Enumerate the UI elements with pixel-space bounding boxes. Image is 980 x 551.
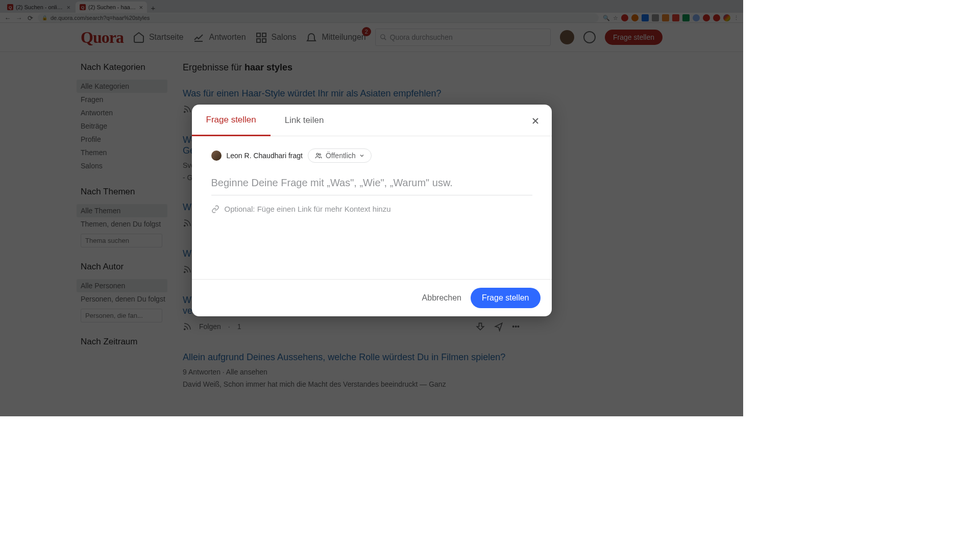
chevron-down-icon <box>359 153 365 159</box>
submit-button[interactable]: Frage stellen <box>471 288 541 308</box>
visibility-dropdown[interactable]: Öffentlich <box>308 148 372 163</box>
cancel-button[interactable]: Abbrechen <box>422 293 461 303</box>
avatar <box>211 151 222 161</box>
question-input[interactable] <box>211 174 532 195</box>
modal-tabs: Frage stellen Link teilen <box>192 105 552 136</box>
link-input-row[interactable]: Optional: Füge einen Link für mehr Konte… <box>211 205 532 213</box>
tab-ask-question[interactable]: Frage stellen <box>192 105 271 136</box>
close-icon <box>530 116 541 126</box>
ask-question-modal: Frage stellen Link teilen Leon R. Chaudh… <box>192 105 552 316</box>
modal-footer: Abbrechen Frage stellen <box>192 279 552 316</box>
modal-body: Leon R. Chaudhari fragt Öffentlich Optio… <box>192 136 552 279</box>
tab-share-link[interactable]: Link teilen <box>271 105 338 136</box>
close-button[interactable] <box>528 114 543 128</box>
asker-row: Leon R. Chaudhari fragt Öffentlich <box>211 148 532 163</box>
people-icon <box>314 152 323 160</box>
link-icon <box>211 205 219 213</box>
svg-point-10 <box>319 154 321 155</box>
svg-point-9 <box>316 153 318 155</box>
visibility-label: Öffentlich <box>326 152 356 160</box>
modal-overlay[interactable]: Frage stellen Link teilen Leon R. Chaudh… <box>0 0 743 416</box>
link-hint: Optional: Füge einen Link für mehr Konte… <box>225 205 391 213</box>
asker-name: Leon R. Chaudhari fragt <box>227 152 303 160</box>
